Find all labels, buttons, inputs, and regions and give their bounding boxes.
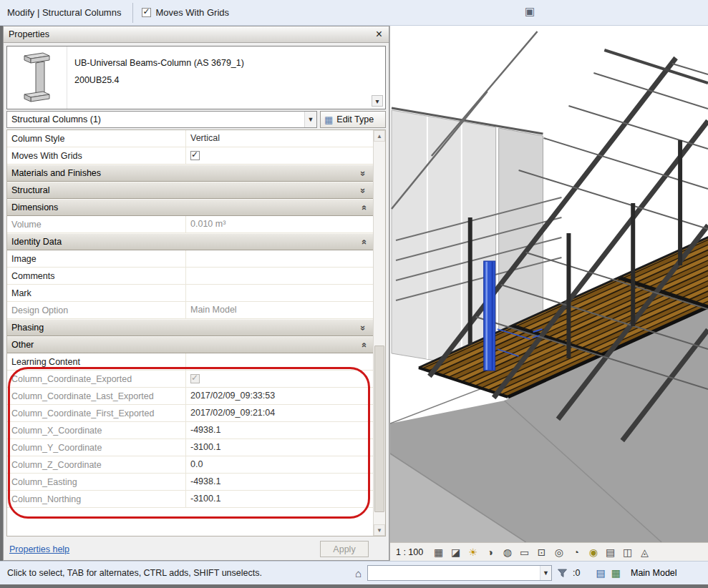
property-label: Column_Northing xyxy=(7,491,186,507)
property-label: Image xyxy=(7,250,186,267)
edit-type-label: Edit Type xyxy=(336,114,374,124)
group-header-other[interactable]: Other» xyxy=(7,336,373,353)
moves-with-grids-checkbox[interactable] xyxy=(142,8,151,17)
sun-path-icon[interactable]: ☀ xyxy=(467,547,479,558)
active-design-option-label[interactable]: Main Model xyxy=(631,568,677,578)
property-value[interactable]: 2017/02/09_09:33:53 xyxy=(186,388,373,404)
chevron-down-icon[interactable]: ▼ xyxy=(304,112,316,127)
property-value[interactable] xyxy=(186,250,373,267)
checkbox[interactable] xyxy=(190,151,200,160)
ribbon-options-icon[interactable]: ▣ xyxy=(525,5,535,18)
expand-chevron-icon[interactable]: » xyxy=(358,170,369,175)
chevron-down-icon[interactable]: ▼ xyxy=(540,566,551,580)
rendering-icon[interactable]: ◍ xyxy=(501,547,513,558)
selection-filter-icon[interactable] xyxy=(558,569,567,578)
collapse-chevron-icon[interactable]: » xyxy=(358,342,369,347)
scroll-down-icon[interactable]: ▼ xyxy=(374,524,385,536)
properties-title: Properties xyxy=(9,29,374,39)
properties-header: Properties × xyxy=(4,26,389,43)
status-prompt: Click to select, TAB for alternates, CTR… xyxy=(7,568,349,578)
type-name: 200UB25.4 xyxy=(74,75,244,85)
scrollbar-thumb[interactable] xyxy=(374,346,384,512)
property-value[interactable]: 0.010 m³ xyxy=(186,216,373,232)
group-header-structural[interactable]: Structural» xyxy=(7,182,373,199)
worksets-icon[interactable]: ⌂ xyxy=(355,567,362,579)
property-label: Learning Content xyxy=(7,353,186,370)
type-thumbnail xyxy=(7,46,67,109)
properties-scrollbar[interactable]: ▲ ▼ xyxy=(373,130,385,536)
lock-3d-view-icon[interactable]: ◎ xyxy=(553,547,565,558)
property-label: Column_Y_Coordinate xyxy=(7,439,186,456)
properties-help-link[interactable]: Properties help xyxy=(9,544,69,554)
property-value[interactable] xyxy=(186,268,373,284)
window-bottom-edge xyxy=(0,584,708,588)
apply-button[interactable]: Apply xyxy=(320,541,369,557)
element-filter-combobox[interactable]: Structural Columns (1) ▼ xyxy=(6,111,317,128)
group-header-materials-and-finishes[interactable]: Materials and Finishes» xyxy=(7,165,373,182)
scroll-up-icon[interactable]: ▲ xyxy=(374,130,385,142)
property-value[interactable] xyxy=(186,353,373,370)
reveal-hidden-elements-icon[interactable]: ◉ xyxy=(587,547,599,558)
properties-palette: Properties × UB-Univers xyxy=(3,26,389,561)
type-selector[interactable]: UB-Universal Beams-Column (AS 3679_1) 20… xyxy=(6,46,386,109)
detail-level-icon[interactable]: ▦ xyxy=(432,547,445,558)
group-label: Structural xyxy=(7,185,361,195)
editable-only-icon[interactable]: ▤ xyxy=(596,567,606,579)
property-value[interactable]: Vertical xyxy=(186,130,373,147)
property-label: Column_Z_Coordinate xyxy=(7,456,186,473)
shadows-icon[interactable]: ◑ xyxy=(484,547,496,558)
property-value[interactable]: -3100.1 xyxy=(186,491,373,507)
collapse-chevron-icon[interactable]: » xyxy=(358,205,369,210)
property-value[interactable] xyxy=(186,147,373,164)
property-row-comments: Comments xyxy=(7,268,373,285)
workset-combobox[interactable]: ▼ xyxy=(367,565,552,581)
property-row-column-y-coordinate: Column_Y_Coordinate-3100.1 xyxy=(7,439,373,456)
property-value[interactable]: 2017/02/09_09:21:04 xyxy=(186,405,373,421)
analytical-model-icon[interactable]: ◬ xyxy=(639,547,651,558)
property-row-column-easting: Column_Easting-4938.1 xyxy=(7,474,373,491)
property-grid: Column StyleVerticalMoves With GridsMate… xyxy=(7,130,373,536)
revit-window: Modify | Structural Columns Moves With G… xyxy=(0,0,708,588)
property-row-learning-content: Learning Content xyxy=(7,353,373,371)
group-header-dimensions[interactable]: Dimensions» xyxy=(7,199,373,216)
beam-preview-image xyxy=(14,51,61,105)
element-filter-row: Structural Columns (1) ▼ ▦ Edit Type xyxy=(6,111,386,128)
crop-view-icon[interactable]: ▭ xyxy=(518,547,530,558)
options-bar-separator xyxy=(132,3,133,23)
property-label: Comments xyxy=(7,268,186,284)
edit-type-button[interactable]: ▦ Edit Type xyxy=(320,111,386,128)
property-row-column-coordinate-exported: Column_Coordinate_Exported xyxy=(7,371,373,388)
property-grid-container: Column StyleVerticalMoves With GridsMate… xyxy=(6,129,386,536)
property-value[interactable] xyxy=(186,371,373,387)
view-scale-button[interactable]: 1 : 100 xyxy=(396,547,427,557)
tab-modify-structural-columns[interactable]: Modify | Structural Columns xyxy=(0,7,132,18)
show-crop-region-icon[interactable]: ⊡ xyxy=(535,547,548,558)
property-value[interactable]: 0.0 xyxy=(186,456,373,473)
expand-chevron-icon[interactable]: » xyxy=(358,187,369,192)
close-icon[interactable]: × xyxy=(374,29,384,39)
group-header-identity-data[interactable]: Identity Data» xyxy=(7,233,373,250)
temporary-view-properties-icon[interactable]: ◫ xyxy=(621,547,634,558)
type-description: UB-Universal Beams-Column (AS 3679_1) 20… xyxy=(67,46,263,109)
property-value[interactable]: Main Model xyxy=(186,302,373,318)
visual-style-icon[interactable]: ◪ xyxy=(450,547,462,558)
design-options-icon[interactable]: ▦ xyxy=(611,567,621,579)
property-row-column-coordinate-last-exported: Column_Coordinate_Last_Exported2017/02/0… xyxy=(7,388,373,405)
checkbox[interactable] xyxy=(190,374,200,383)
collapse-chevron-icon[interactable]: » xyxy=(358,239,369,244)
type-selector-dropdown-icon[interactable]: ▾ xyxy=(372,95,383,107)
group-label: Phasing xyxy=(7,323,361,333)
property-value[interactable]: -4938.1 xyxy=(186,474,373,490)
selected-column[interactable] xyxy=(484,261,495,371)
model-3d-view[interactable] xyxy=(390,26,708,542)
property-value[interactable]: -4938.1 xyxy=(186,422,373,438)
temporary-hide-isolate-icon[interactable]: ◔ xyxy=(570,547,582,558)
properties-footer: Properties help Apply xyxy=(4,538,389,560)
property-value[interactable]: -3100.1 xyxy=(186,439,373,456)
group-header-phasing[interactable]: Phasing» xyxy=(7,319,373,336)
moves-with-grids-option: Moves With Grids xyxy=(142,7,229,18)
expand-chevron-icon[interactable]: » xyxy=(358,325,369,330)
property-value[interactable] xyxy=(186,285,373,301)
worksharing-display-icon[interactable]: ▤ xyxy=(604,547,616,558)
property-row-design-option: Design OptionMain Model xyxy=(7,302,373,319)
